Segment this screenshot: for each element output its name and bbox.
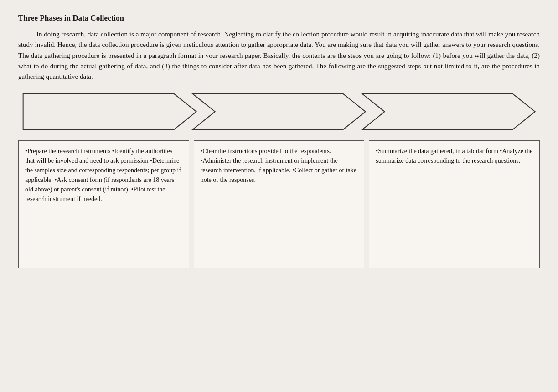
arrow-1 xyxy=(18,91,201,132)
svg-marker-0 xyxy=(23,93,196,130)
page-title: Three Phases in Data Collection xyxy=(18,14,540,23)
arrows-row xyxy=(18,91,540,132)
svg-marker-1 xyxy=(192,93,366,130)
card-3-text: •Summarize the data gathered, in a tabul… xyxy=(376,146,533,165)
card-2: •Clear the instructions provided to the … xyxy=(194,140,365,268)
svg-marker-2 xyxy=(362,93,535,130)
card-1: •Prepare the research instruments •Ident… xyxy=(18,140,189,268)
card-1-text: •Prepare the research instruments •Ident… xyxy=(25,146,182,204)
cards-row: •Prepare the research instruments •Ident… xyxy=(18,140,540,268)
card-2-text: •Clear the instructions provided to the … xyxy=(201,146,358,185)
arrow-3 xyxy=(357,91,540,132)
card-3: •Summarize the data gathered, in a tabul… xyxy=(369,140,540,268)
arrow-2 xyxy=(187,91,370,132)
intro-paragraph: In doing research, data collection is a … xyxy=(18,29,540,82)
